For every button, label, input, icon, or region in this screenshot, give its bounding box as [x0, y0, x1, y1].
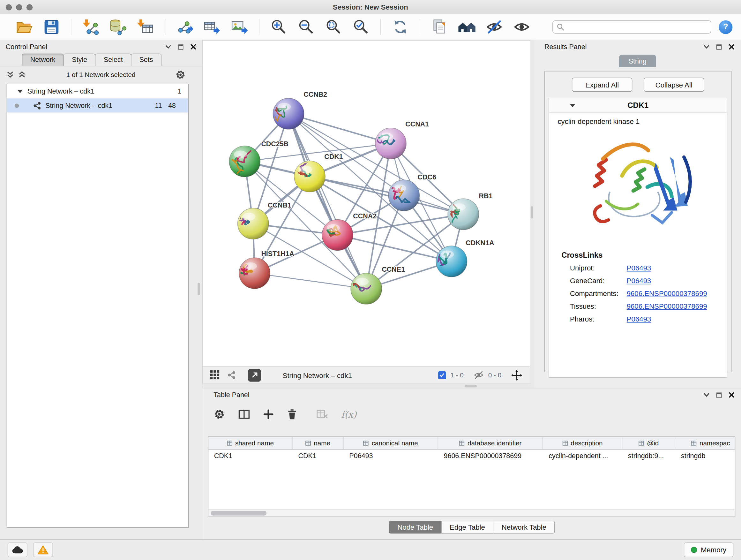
warnings-button[interactable] — [33, 543, 53, 557]
export-image-button[interactable] — [229, 17, 250, 37]
hidden-items-eye-slash-icon[interactable] — [474, 371, 484, 379]
graph-node-HIST1H1A[interactable] — [237, 258, 270, 289]
panel-close-button[interactable] — [729, 392, 735, 398]
graph-node-CDC6[interactable] — [388, 180, 419, 211]
open-annotation-mode-button[interactable] — [248, 369, 261, 381]
graph-node-CCNB2[interactable] — [272, 98, 304, 129]
graph-node-CDKN1A[interactable] — [436, 246, 467, 277]
panel-collapse-button[interactable] — [704, 393, 710, 397]
graph-node-CCNE1[interactable] — [346, 273, 382, 304]
panel-collapse-button[interactable] — [704, 45, 710, 49]
panel-float-button[interactable] — [717, 392, 722, 397]
tab-style[interactable]: Style — [64, 53, 96, 66]
table-cell[interactable]: 9606.ENSP00000378699 — [438, 450, 543, 462]
selected-items-checkbox[interactable] — [438, 371, 446, 379]
expand-all-icon[interactable] — [7, 71, 14, 78]
table-row[interactable]: CDK1CDK1P064939606.ENSP00000378699cyclin… — [208, 450, 735, 462]
panel-close-button[interactable] — [191, 44, 196, 50]
graph-node-CCNA2[interactable] — [322, 219, 353, 250]
network-collection-row[interactable]: String Network – cdk1 1 — [7, 84, 188, 98]
tab-string[interactable]: String — [619, 55, 656, 67]
crosslink-value[interactable]: P06493 — [627, 264, 651, 272]
tab-node-table[interactable]: Node Table — [389, 521, 442, 534]
graph-node-CDC25B[interactable] — [229, 146, 260, 177]
save-session-button[interactable] — [41, 17, 62, 37]
table-horizontal-scrollbar[interactable] — [208, 509, 735, 516]
collapse-all-button[interactable]: Collapse All — [644, 78, 704, 91]
panel-float-button[interactable] — [178, 44, 183, 50]
table-cell[interactable]: P06493 — [344, 450, 438, 462]
share-network-icon[interactable] — [227, 371, 236, 379]
column-header--id[interactable]: @id — [622, 437, 675, 449]
table-cell[interactable]: cyclin-dependent ... — [543, 450, 623, 462]
export-table-to-file-button[interactable] — [202, 17, 222, 37]
zoom-in-button[interactable] — [268, 17, 289, 37]
column-header-description[interactable]: description — [543, 437, 623, 449]
network-canvas[interactable]: CCNB2CCNA1CDC25BCDK1CDC6RB1CCNB1CCNA2CDK… — [202, 40, 530, 367]
crosslink-value[interactable]: P06493 — [627, 277, 651, 285]
zoom-out-button[interactable] — [296, 17, 317, 37]
minimize-window-button[interactable] — [16, 4, 22, 10]
table-cell[interactable]: stringdb — [675, 450, 735, 462]
table-cell[interactable]: CDK1 — [293, 450, 344, 462]
apply-preferred-layout-button[interactable] — [390, 17, 411, 37]
section-caret-icon[interactable] — [570, 104, 575, 107]
scrollbar-thumb[interactable] — [211, 511, 266, 516]
panel-collapse-button[interactable] — [165, 45, 171, 49]
pan-crosshair-icon[interactable] — [511, 370, 522, 381]
export-network-to-file-button[interactable] — [174, 17, 195, 37]
zoom-window-button[interactable] — [26, 4, 32, 10]
table-cell[interactable]: CDK1 — [208, 450, 293, 462]
crosslink-row: GeneCard:P06493 — [549, 274, 727, 287]
show-graphics-details-button[interactable] — [511, 17, 532, 37]
tab-network[interactable]: Network — [22, 53, 64, 66]
zoom-selected-icon — [353, 18, 369, 36]
expand-all-button[interactable]: Expand All — [572, 78, 632, 91]
duplicate-document-button[interactable] — [429, 17, 450, 37]
birdseye-grid-icon[interactable] — [210, 370, 220, 380]
tree-caret-icon[interactable] — [17, 90, 23, 93]
network-row[interactable]: String Network – cdk1 11 48 — [7, 98, 188, 112]
tab-sets[interactable]: Sets — [131, 53, 161, 66]
import-network-from-database-button[interactable] — [108, 17, 129, 37]
search-input[interactable] — [567, 23, 707, 31]
delete-column-trash-icon[interactable] — [287, 409, 297, 420]
crosslink-value[interactable]: 9606.ENSP00000378699 — [627, 290, 707, 298]
import-database-icon — [109, 18, 127, 36]
show-columns-icon[interactable] — [238, 409, 250, 420]
graph-node-CCNA1[interactable] — [373, 128, 406, 159]
left-splitter-handle[interactable] — [198, 283, 200, 295]
close-window-button[interactable] — [6, 4, 12, 10]
import-table-from-file-button[interactable] — [135, 17, 156, 37]
add-column-plus-icon[interactable] — [263, 409, 274, 420]
graph-node-RB1[interactable] — [448, 199, 479, 230]
bottom-splitter-handle[interactable] — [465, 385, 477, 387]
tab-network-table[interactable]: Network Table — [493, 521, 555, 534]
panel-close-button[interactable] — [729, 44, 735, 50]
column-header-name[interactable]: name — [293, 437, 344, 449]
graph-node-CCNB1[interactable] — [236, 208, 269, 239]
column-header-shared-name[interactable]: shared name — [208, 437, 293, 449]
panel-float-button[interactable] — [717, 44, 722, 50]
column-header-namespac[interactable]: namespac — [675, 437, 735, 449]
help-button[interactable]: ? — [719, 20, 732, 34]
memory-button[interactable]: Memory — [684, 543, 734, 557]
table-cell[interactable]: stringdb:9... — [622, 450, 675, 462]
tab-select[interactable]: Select — [95, 53, 131, 66]
open-session-button[interactable] — [14, 17, 35, 37]
cloud-status-button[interactable] — [8, 543, 27, 557]
zoom-selected-button[interactable] — [351, 17, 372, 37]
zoom-fit-button[interactable] — [323, 17, 344, 37]
houses-button[interactable] — [457, 17, 477, 37]
tab-edge-table[interactable]: Edge Table — [441, 521, 493, 534]
column-header-canonical-name[interactable]: canonical name — [344, 437, 438, 449]
network-graph[interactable]: CCNB2CCNA1CDC25BCDK1CDC6RB1CCNB1CCNA2CDK… — [203, 41, 530, 366]
crosslink-value[interactable]: 9606.ENSP00000378699 — [627, 302, 707, 310]
column-header-database-identifier[interactable]: database identifier — [438, 437, 543, 449]
hide-graphics-details-button[interactable] — [484, 17, 504, 37]
right-splitter-handle[interactable] — [531, 206, 533, 219]
crosslink-value[interactable]: P06493 — [627, 315, 651, 323]
table-settings-gear-icon[interactable] — [213, 409, 225, 420]
import-network-from-file-button[interactable] — [80, 17, 101, 37]
graph-node-CDK1[interactable] — [294, 161, 325, 192]
